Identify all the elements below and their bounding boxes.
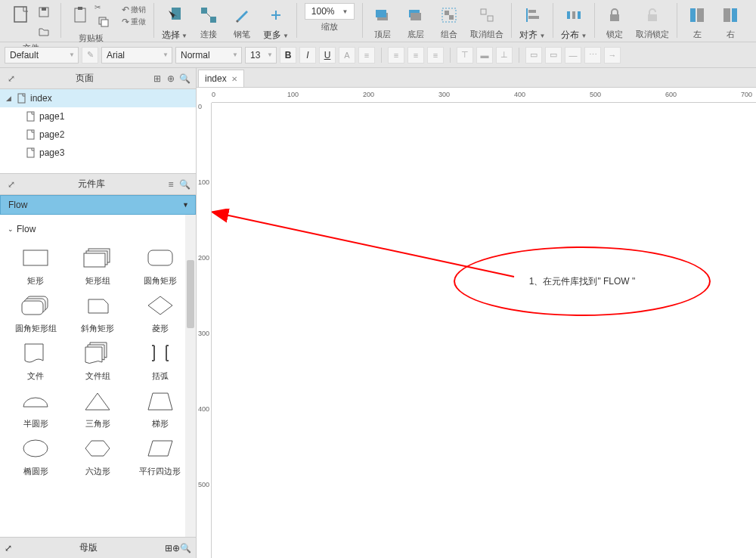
svg-rect-17 <box>449 15 454 20</box>
copy-icon[interactable] <box>94 13 113 31</box>
line-width[interactable]: — <box>565 47 581 64</box>
open-icon[interactable] <box>35 23 53 41</box>
style-edit[interactable]: ✎ <box>82 47 98 64</box>
align-center-button[interactable]: ≡ <box>407 47 424 64</box>
pen-icon[interactable] <box>230 3 254 27</box>
svg-rect-12 <box>376 10 386 17</box>
zoom-select[interactable]: 100%▼ <box>305 3 355 20</box>
add-folder-icon[interactable]: ⊞ <box>150 72 164 85</box>
dock-left[interactable]: 左 <box>680 3 714 40</box>
valign-top[interactable]: ⊤ <box>457 47 473 64</box>
annotation-callout: 1、在元件库找到" FLOW " <box>454 246 711 316</box>
svg-rect-18 <box>481 9 486 14</box>
top-layer[interactable]: 顶层 <box>366 3 399 40</box>
connect-icon[interactable] <box>197 3 221 27</box>
shape-7[interactable]: 文件组 <box>68 340 127 382</box>
tree-row-page1[interactable]: page1 <box>0 107 196 126</box>
valign-mid[interactable]: ▬ <box>476 47 493 64</box>
text-color[interactable]: A <box>339 47 355 64</box>
collapse-icon[interactable]: ⤢ <box>5 72 18 85</box>
library-panel-header: ⤢ 元件库 ≡ 🔍 <box>0 174 196 195</box>
library-dropdown[interactable]: Flow▼ <box>0 195 196 215</box>
shape-9[interactable]: 半圆形 <box>6 388 65 429</box>
shape-2[interactable]: 圆角矩形 <box>131 245 190 287</box>
cut-icon[interactable]: ✂ <box>94 3 113 11</box>
style-select[interactable]: Default▼ <box>5 47 79 64</box>
canvas[interactable]: 1、在元件库找到" FLOW " <box>212 103 756 558</box>
align-button[interactable]: 对齐▼ <box>515 3 550 42</box>
shape-13[interactable]: 六边形 <box>68 436 127 477</box>
svg-rect-33 <box>27 112 34 121</box>
add-folder-icon[interactable]: ⊞ <box>165 543 172 553</box>
connect-group[interactable]: 连接 <box>192 3 225 40</box>
svg-rect-26 <box>610 14 619 21</box>
unlock-button[interactable]: 取消锁定 <box>631 3 674 40</box>
collapse-icon[interactable]: ⤢ <box>5 543 12 553</box>
close-icon[interactable]: ✕ <box>231 75 237 83</box>
svg-rect-27 <box>648 14 657 21</box>
search-icon[interactable]: 🔍 <box>180 543 191 553</box>
more-icon[interactable] <box>264 3 288 27</box>
shape-1[interactable]: 矩形组 <box>68 245 127 287</box>
size-select[interactable]: 13▼ <box>245 47 277 64</box>
redo-button[interactable]: ↷重做 <box>122 17 146 27</box>
add-page-icon[interactable]: ⊕ <box>164 72 178 85</box>
tree-row-index[interactable]: ◢ index <box>0 89 196 107</box>
bold-button[interactable]: B <box>280 47 296 64</box>
tree-row-page2[interactable]: page2 <box>0 126 196 144</box>
svg-rect-34 <box>27 130 34 139</box>
align-right-button[interactable]: ≡ <box>427 47 444 64</box>
add-master-icon[interactable]: ⊕ <box>172 543 180 553</box>
search-icon[interactable]: 🔍 <box>178 178 191 191</box>
svg-line-10 <box>207 14 210 17</box>
line-color[interactable]: ▭ <box>545 47 562 64</box>
select-icon[interactable] <box>163 3 187 27</box>
weight-select[interactable]: Normal▼ <box>175 47 242 64</box>
arrow-style[interactable]: → <box>604 47 621 64</box>
bullet-button[interactable]: ≡ <box>358 47 375 64</box>
scrollbar[interactable] <box>185 215 196 537</box>
group-button[interactable]: 组合 <box>432 3 466 40</box>
svg-rect-39 <box>84 253 105 267</box>
undo-button[interactable]: ↶撤销 <box>122 5 146 15</box>
search-icon[interactable]: 🔍 <box>178 72 191 85</box>
shape-10[interactable]: 三角形 <box>68 388 127 429</box>
pen-group[interactable]: 钢笔 <box>225 3 259 40</box>
shape-3[interactable]: 圆角矩形组 <box>6 293 65 334</box>
italic-button[interactable]: I <box>299 47 316 64</box>
distribute-button[interactable]: 分布▼ <box>556 3 591 42</box>
zoom-group: 100%▼ 缩放 <box>300 3 360 33</box>
fill-color[interactable]: ▭ <box>525 47 542 64</box>
svg-rect-8 <box>201 8 207 14</box>
underline-button[interactable]: U <box>319 47 336 64</box>
library-section[interactable]: ⌄Flow <box>3 221 193 237</box>
shape-4[interactable]: 斜角矩形 <box>68 293 127 334</box>
dock-right[interactable]: 右 <box>714 3 747 40</box>
svg-rect-28 <box>690 8 696 22</box>
shape-11[interactable]: 梯形 <box>131 388 190 429</box>
tab-index[interactable]: index ✕ <box>198 70 244 87</box>
lock-button[interactable]: 锁定 <box>598 3 631 40</box>
ruler-horizontal: 0100200300400500600700 <box>212 88 756 103</box>
ungroup-button[interactable]: 取消组合 <box>466 3 508 40</box>
shape-5[interactable]: 菱形 <box>131 293 190 334</box>
new-file-icon[interactable] <box>9 3 33 27</box>
valign-bot[interactable]: ⊥ <box>496 47 513 64</box>
shape-8[interactable]: 括弧 <box>131 340 190 382</box>
shape-6[interactable]: 文件 <box>6 340 65 382</box>
menu-icon[interactable]: ≡ <box>164 178 178 191</box>
masters-panel-header: ⤢ 母版 ⊞ ⊕ 🔍 <box>0 537 196 558</box>
select-group[interactable]: 选择▼ <box>157 3 192 42</box>
save-icon[interactable] <box>35 3 53 21</box>
shape-12[interactable]: 椭圆形 <box>6 436 65 477</box>
paste-icon[interactable] <box>69 3 93 27</box>
tree-row-page3[interactable]: page3 <box>0 144 196 162</box>
shape-14[interactable]: 平行四边形 <box>131 436 190 477</box>
font-select[interactable]: Arial▼ <box>101 47 172 64</box>
collapse-icon[interactable]: ⤢ <box>5 178 18 191</box>
more-group[interactable]: 更多▼ <box>259 3 293 42</box>
align-left-button[interactable]: ≡ <box>388 47 404 64</box>
bottom-layer[interactable]: 底层 <box>399 3 432 40</box>
line-style[interactable]: ⋯ <box>584 47 601 64</box>
shape-0[interactable]: 矩形 <box>6 245 65 287</box>
